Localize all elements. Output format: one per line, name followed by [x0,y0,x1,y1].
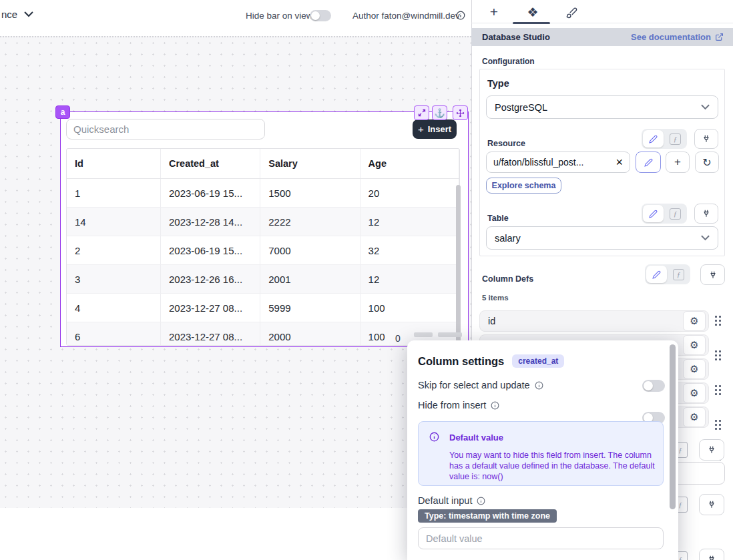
column-settings-gear-button[interactable]: ⚙ [683,311,706,331]
column-settings-gear-button[interactable]: ⚙ [683,383,706,403]
chevron-down-icon [701,104,710,110]
table-label: Table [487,214,509,223]
chevron-down-icon [701,235,710,241]
table-row[interactable]: 4 2023-12-27 08... 5999 100 [67,294,459,322]
connect-button[interactable] [699,494,724,515]
components-icon: ❖ [527,5,538,20]
gear-icon: ⚙ [690,339,698,351]
plug-icon [707,445,716,455]
connect-button[interactable] [699,439,724,461]
column-header[interactable]: Age [360,149,459,178]
tab-styling[interactable] [563,5,579,21]
toggle-knob [644,381,653,390]
obscured-text-fragment [438,332,462,337]
pencil-icon [649,135,658,144]
app-menu-dropdown[interactable]: nce [1,9,33,20]
resource-label: Resource [487,139,525,148]
column-header[interactable]: Id [67,149,161,178]
move-icon [456,109,465,117]
column-settings-modal: Column settings created_at Skip for sele… [407,340,678,560]
static-input-mode-button[interactable] [646,266,667,283]
plus-icon: + [674,156,681,169]
expand-icon [418,109,426,117]
eval-input-mode-button[interactable]: ƒ [668,266,689,283]
table-row[interactable]: 3 2023-12-26 16... 2001 12 [67,265,459,294]
edit-resource-button[interactable] [636,152,661,173]
fx-icon: ƒ [673,269,684,280]
gear-icon: ⚙ [690,363,698,375]
see-documentation-link[interactable]: See documentation [631,32,724,42]
info-icon [456,11,465,20]
move-component-button[interactable] [453,105,468,120]
columndefs-connect-button[interactable] [700,264,725,285]
static-input-mode-button[interactable] [643,205,664,222]
pagination-count: 0 [395,333,401,344]
pencil-icon [649,210,658,218]
table-row[interactable]: 14 2023-12-28 14... 2222 12 [67,208,459,236]
table-row[interactable]: 1 2023-06-19 15... 1500 20 [67,179,459,208]
drag-handle-icon[interactable] [715,385,721,396]
tabs-divider [471,23,733,23]
column-header[interactable]: Salary [260,149,360,178]
info-icon [477,497,485,505]
author-label: Author faton@windmill.dev [352,11,460,21]
resource-connect-button[interactable] [694,129,718,149]
hide-bar-toggle[interactable] [310,10,331,21]
tab-insert-component[interactable]: + [486,4,502,20]
tab-component-settings[interactable]: ❖ [525,4,541,20]
drag-handle-icon[interactable] [715,420,721,431]
hide-bar-label: Hide bar on view [246,11,313,21]
modal-scrollbar[interactable] [670,344,676,509]
expand-component-button[interactable] [414,105,429,120]
gear-icon: ⚙ [690,411,698,423]
refresh-icon: ↻ [702,156,711,169]
anchor-component-button[interactable]: ⚓ [432,105,447,120]
eval-input-mode-button[interactable]: ƒ [665,205,686,222]
data-table: Id Created_at Salary Age 1 2023-06-19 15… [66,148,460,346]
plus-icon: + [490,4,498,20]
type-select[interactable]: PostgreSQL [486,95,718,119]
column-settings-gear-button[interactable]: ⚙ [683,407,706,427]
items-count-label: 5 items [482,294,509,302]
skip-select-update-toggle[interactable] [642,380,665,392]
table-row[interactable]: 2 2023-06-19 15... 7000 32 [67,236,459,265]
column-def-item[interactable]: id ⚙ [479,310,709,332]
active-tab-indicator [513,22,550,24]
drag-handle-icon[interactable] [715,350,721,361]
column-type-badge: Type: timestamp with time zone [418,509,557,523]
plug-icon [702,209,711,218]
insert-row-button[interactable]: + Insert [413,119,457,139]
table-select[interactable]: salary [486,226,718,250]
chevron-down-icon [24,11,33,17]
drag-handle-icon[interactable] [715,316,721,326]
component-type-header: Database Studio See documentation [471,28,733,46]
gear-icon: ⚙ [690,315,698,327]
table-header-row: Id Created_at Salary Age [67,149,459,179]
static-input-mode-button[interactable] [643,130,664,148]
column-settings-gear-button[interactable]: ⚙ [683,359,706,379]
table-input-mode-segment: ƒ [642,204,687,224]
add-resource-button[interactable]: + [666,152,690,173]
default-value-input[interactable] [418,527,664,549]
column-defs-label: Column Defs [482,274,533,284]
columndefs-input-mode-segment: ƒ [645,264,690,284]
pencil-icon [644,158,653,167]
quicksearch-input[interactable] [66,119,265,139]
refresh-resource-button[interactable]: ↻ [695,152,719,173]
plug-icon [708,270,718,280]
info-icon [535,381,543,390]
table-connect-button[interactable] [694,204,718,224]
top-bar: nce Hide bar on view Author faton@windmi… [0,0,471,36]
plug-icon [707,500,716,509]
column-header[interactable]: Created_at [161,149,260,178]
eval-input-mode-button[interactable]: ƒ [665,130,686,148]
resource-value-input[interactable]: u/faton/blissful_post... × [486,152,630,173]
clear-resource-icon[interactable]: × [616,156,623,168]
paintbrush-icon [565,7,577,19]
default-input-label: Default input [418,495,485,506]
column-settings-gear-button[interactable]: ⚙ [683,335,706,355]
connect-button[interactable] [699,549,724,560]
skip-select-update-label: Skip for select and update [418,380,543,390]
table-scrollbar[interactable] [456,185,461,342]
explore-schema-button[interactable]: Explore schema [486,178,561,194]
